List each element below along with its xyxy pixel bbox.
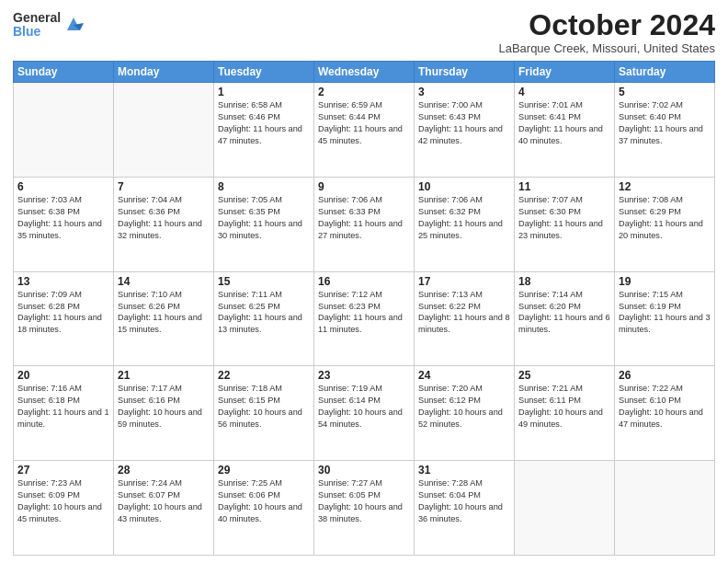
day-info: Sunrise: 7:21 AM Sunset: 6:11 PM Dayligh… [518, 383, 610, 431]
table-row: 23Sunrise: 7:19 AM Sunset: 6:14 PM Dayli… [314, 366, 415, 461]
day-info: Sunrise: 7:06 AM Sunset: 6:33 PM Dayligh… [318, 194, 410, 242]
calendar-week-row: 1Sunrise: 6:58 AM Sunset: 6:46 PM Daylig… [14, 83, 715, 178]
day-info: Sunrise: 7:06 AM Sunset: 6:32 PM Dayligh… [418, 194, 510, 242]
logo-text: General Blue [13, 11, 61, 40]
day-info: Sunrise: 7:24 AM Sunset: 6:07 PM Dayligh… [118, 477, 210, 525]
header: General Blue October 2024 LaBarque Creek… [13, 9, 715, 55]
day-info: Sunrise: 7:05 AM Sunset: 6:35 PM Dayligh… [218, 194, 310, 242]
col-tuesday: Tuesday [214, 62, 314, 83]
day-number: 6 [17, 180, 109, 193]
table-row: 2Sunrise: 6:59 AM Sunset: 6:44 PM Daylig… [314, 83, 415, 178]
calendar-week-row: 20Sunrise: 7:16 AM Sunset: 6:18 PM Dayli… [14, 366, 715, 461]
table-row: 14Sunrise: 7:10 AM Sunset: 6:26 PM Dayli… [114, 271, 214, 366]
calendar-week-row: 13Sunrise: 7:09 AM Sunset: 6:28 PM Dayli… [14, 271, 715, 366]
day-info: Sunrise: 7:07 AM Sunset: 6:30 PM Dayligh… [518, 194, 610, 242]
day-info: Sunrise: 7:22 AM Sunset: 6:10 PM Dayligh… [619, 383, 711, 431]
day-number: 16 [318, 275, 410, 288]
day-info: Sunrise: 7:00 AM Sunset: 6:43 PM Dayligh… [418, 99, 510, 147]
table-row: 28Sunrise: 7:24 AM Sunset: 6:07 PM Dayli… [114, 461, 214, 556]
day-number: 28 [118, 464, 210, 477]
day-info: Sunrise: 7:23 AM Sunset: 6:09 PM Dayligh… [17, 477, 109, 525]
day-info: Sunrise: 7:20 AM Sunset: 6:12 PM Dayligh… [418, 383, 510, 431]
col-saturday: Saturday [615, 62, 715, 83]
logo-icon [63, 14, 84, 34]
table-row: 26Sunrise: 7:22 AM Sunset: 6:10 PM Dayli… [615, 366, 715, 461]
table-row: 18Sunrise: 7:14 AM Sunset: 6:20 PM Dayli… [515, 271, 615, 366]
calendar-header-row: Sunday Monday Tuesday Wednesday Thursday… [14, 62, 715, 83]
day-number: 8 [218, 180, 310, 193]
day-info: Sunrise: 7:04 AM Sunset: 6:36 PM Dayligh… [118, 194, 210, 242]
day-number: 19 [619, 275, 711, 288]
logo-general-text: General [13, 11, 61, 25]
day-number: 23 [318, 369, 410, 382]
day-number: 31 [418, 464, 510, 477]
day-number: 29 [218, 464, 310, 477]
table-row: 31Sunrise: 7:28 AM Sunset: 6:04 PM Dayli… [415, 461, 515, 556]
day-info: Sunrise: 7:19 AM Sunset: 6:14 PM Dayligh… [318, 383, 410, 431]
table-row: 12Sunrise: 7:08 AM Sunset: 6:29 PM Dayli… [615, 177, 715, 271]
day-info: Sunrise: 7:18 AM Sunset: 6:15 PM Dayligh… [218, 383, 310, 431]
table-row: 3Sunrise: 7:00 AM Sunset: 6:43 PM Daylig… [415, 83, 515, 178]
table-row [114, 83, 214, 178]
day-number: 15 [218, 275, 310, 288]
col-sunday: Sunday [14, 62, 114, 83]
day-info: Sunrise: 7:13 AM Sunset: 6:22 PM Dayligh… [418, 289, 510, 337]
table-row: 16Sunrise: 7:12 AM Sunset: 6:23 PM Dayli… [314, 271, 415, 366]
table-row: 6Sunrise: 7:03 AM Sunset: 6:38 PM Daylig… [14, 177, 114, 271]
day-info: Sunrise: 6:59 AM Sunset: 6:44 PM Dayligh… [318, 99, 410, 147]
day-number: 5 [619, 86, 711, 98]
day-number: 7 [118, 180, 210, 193]
day-info: Sunrise: 7:15 AM Sunset: 6:19 PM Dayligh… [619, 289, 711, 337]
day-info: Sunrise: 7:12 AM Sunset: 6:23 PM Dayligh… [318, 289, 410, 337]
day-info: Sunrise: 6:58 AM Sunset: 6:46 PM Dayligh… [218, 99, 310, 147]
day-number: 30 [318, 464, 410, 477]
day-number: 12 [619, 180, 711, 193]
table-row: 22Sunrise: 7:18 AM Sunset: 6:15 PM Dayli… [214, 366, 314, 461]
table-row: 27Sunrise: 7:23 AM Sunset: 6:09 PM Dayli… [14, 461, 114, 556]
day-info: Sunrise: 7:27 AM Sunset: 6:05 PM Dayligh… [318, 477, 410, 525]
day-info: Sunrise: 7:25 AM Sunset: 6:06 PM Dayligh… [218, 477, 310, 525]
day-number: 1 [218, 86, 310, 98]
calendar-table: Sunday Monday Tuesday Wednesday Thursday… [13, 61, 715, 556]
table-row: 10Sunrise: 7:06 AM Sunset: 6:32 PM Dayli… [415, 177, 515, 271]
table-row: 4Sunrise: 7:01 AM Sunset: 6:41 PM Daylig… [515, 83, 615, 178]
day-number: 22 [218, 369, 310, 382]
table-row: 8Sunrise: 7:05 AM Sunset: 6:35 PM Daylig… [214, 177, 314, 271]
day-info: Sunrise: 7:17 AM Sunset: 6:16 PM Dayligh… [118, 383, 210, 431]
table-row: 9Sunrise: 7:06 AM Sunset: 6:33 PM Daylig… [314, 177, 415, 271]
table-row: 13Sunrise: 7:09 AM Sunset: 6:28 PM Dayli… [14, 271, 114, 366]
day-info: Sunrise: 7:09 AM Sunset: 6:28 PM Dayligh… [17, 289, 109, 337]
location-subtitle: LaBarque Creek, Missouri, United States [498, 41, 715, 55]
table-row: 5Sunrise: 7:02 AM Sunset: 6:40 PM Daylig… [615, 83, 715, 178]
col-thursday: Thursday [415, 62, 515, 83]
calendar-week-row: 27Sunrise: 7:23 AM Sunset: 6:09 PM Dayli… [14, 461, 715, 556]
page: General Blue October 2024 LaBarque Creek… [0, 0, 728, 563]
logo-blue-text: Blue [13, 25, 61, 39]
day-number: 17 [418, 275, 510, 288]
day-info: Sunrise: 7:11 AM Sunset: 6:25 PM Dayligh… [218, 289, 310, 337]
day-number: 26 [619, 369, 711, 382]
logo: General Blue [13, 11, 84, 40]
col-wednesday: Wednesday [314, 62, 415, 83]
table-row: 20Sunrise: 7:16 AM Sunset: 6:18 PM Dayli… [14, 366, 114, 461]
day-number: 25 [518, 369, 610, 382]
day-info: Sunrise: 7:08 AM Sunset: 6:29 PM Dayligh… [619, 194, 711, 242]
table-row: 29Sunrise: 7:25 AM Sunset: 6:06 PM Dayli… [214, 461, 314, 556]
day-number: 20 [17, 369, 109, 382]
calendar-week-row: 6Sunrise: 7:03 AM Sunset: 6:38 PM Daylig… [14, 177, 715, 271]
table-row: 15Sunrise: 7:11 AM Sunset: 6:25 PM Dayli… [214, 271, 314, 366]
table-row: 7Sunrise: 7:04 AM Sunset: 6:36 PM Daylig… [114, 177, 214, 271]
col-friday: Friday [515, 62, 615, 83]
month-title: October 2024 [498, 9, 715, 41]
table-row: 1Sunrise: 6:58 AM Sunset: 6:46 PM Daylig… [214, 83, 314, 178]
table-row: 17Sunrise: 7:13 AM Sunset: 6:22 PM Dayli… [415, 271, 515, 366]
day-number: 18 [518, 275, 610, 288]
day-number: 27 [17, 464, 109, 477]
day-info: Sunrise: 7:16 AM Sunset: 6:18 PM Dayligh… [17, 383, 109, 431]
day-number: 2 [318, 86, 410, 98]
day-info: Sunrise: 7:28 AM Sunset: 6:04 PM Dayligh… [418, 477, 510, 525]
table-row [515, 461, 615, 556]
day-number: 24 [418, 369, 510, 382]
table-row: 25Sunrise: 7:21 AM Sunset: 6:11 PM Dayli… [515, 366, 615, 461]
day-info: Sunrise: 7:02 AM Sunset: 6:40 PM Dayligh… [619, 99, 711, 147]
